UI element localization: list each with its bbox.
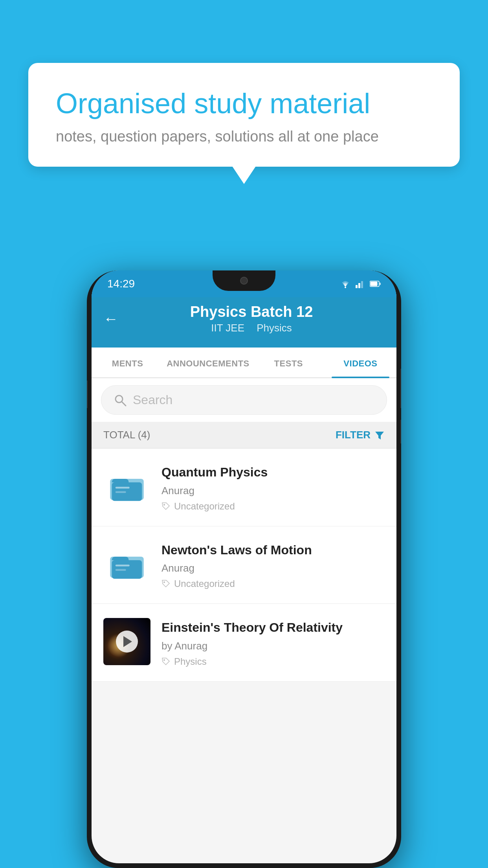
phone-power-button [400,369,401,408]
tag-icon [161,657,170,666]
video-info: Quantum Physics Anurag Uncategorized [161,463,385,512]
bubble-title: Organised study material [56,86,432,120]
video-info: Einstein's Theory Of Relativity by Anura… [161,618,385,667]
back-button[interactable]: ← [103,311,118,327]
list-item[interactable]: Newton's Laws of Motion Anurag Uncategor… [92,526,396,604]
svg-point-19 [163,581,165,583]
list-item[interactable]: Einstein's Theory Of Relativity by Anura… [92,604,396,682]
svg-rect-17 [116,565,130,566]
header-title: Physics Batch 12 [118,303,385,320]
folder-icon [109,469,145,504]
tag-icon [161,502,170,511]
video-tag: Uncategorized [161,501,385,512]
video-info: Newton's Laws of Motion Anurag Uncategor… [161,541,385,590]
status-time: 14:29 [107,278,135,290]
folder-icon-wrap [103,541,150,588]
signal-icon [356,280,365,288]
phone-frame: 14:29 [87,270,401,868]
tabs-bar: MENTS ANNOUNCEMENTS TESTS VIDEOS [92,348,396,378]
video-title: Newton's Laws of Motion [161,542,385,559]
video-list: Quantum Physics Anurag Uncategorized [92,449,396,682]
tab-tests[interactable]: TESTS [253,348,325,377]
tab-announcements[interactable]: ANNOUNCEMENTS [163,348,253,377]
svg-rect-18 [116,569,126,571]
search-bar-wrapper: Search [92,378,396,422]
folder-icon-wrap [103,463,150,510]
tab-ments[interactable]: MENTS [92,348,163,377]
video-author: by Anurag [161,640,385,652]
filter-bar: TOTAL (4) FILTER [92,422,396,449]
video-thumbnail [103,618,150,665]
tab-videos[interactable]: VIDEOS [325,348,396,377]
phone-notch [213,270,275,291]
play-triangle-icon [123,636,132,647]
wifi-icon [340,280,351,288]
front-camera [240,277,248,285]
video-title: Quantum Physics [161,464,385,481]
header-title-block: Physics Batch 12 IIT JEE Physics [118,303,385,334]
video-tag: Uncategorized [161,578,385,589]
svg-rect-12 [116,487,130,489]
svg-point-20 [163,659,165,661]
phone-side-button [400,420,401,443]
phone-volume-button [87,381,88,408]
tag-icon [161,579,170,588]
svg-rect-2 [358,283,360,288]
video-tag: Physics [161,656,385,667]
total-count: TOTAL (4) [103,429,150,441]
svg-point-14 [163,504,165,506]
svg-rect-6 [380,283,381,285]
folder-icon [109,546,145,582]
search-placeholder: Search [133,393,172,407]
svg-line-8 [122,402,126,406]
video-author: Anurag [161,485,385,497]
svg-rect-13 [116,491,126,493]
video-title: Einstein's Theory Of Relativity [161,620,385,636]
search-icon [113,393,127,407]
bubble-subtitle: notes, question papers, solutions all at… [56,128,432,145]
list-item[interactable]: Quantum Physics Anurag Uncategorized [92,449,396,526]
filter-icon [374,430,385,440]
video-author: Anurag [161,562,385,574]
phone-screen: 14:29 [92,270,396,863]
battery-icon [370,281,381,287]
header-nav: ← Physics Batch 12 IIT JEE Physics [92,297,396,338]
speech-bubble: Organised study material notes, question… [28,63,460,167]
filter-button[interactable]: FILTER [336,429,385,441]
subtitle-tag-physics: Physics [257,322,292,334]
svg-point-0 [345,287,346,288]
svg-marker-9 [375,432,384,440]
search-bar[interactable]: Search [101,385,387,415]
subtitle-tag-iit: IIT JEE [211,322,244,334]
play-button[interactable] [116,631,138,653]
status-icons [340,280,381,288]
svg-rect-3 [361,281,363,288]
svg-rect-1 [356,285,358,288]
header-subtitle: IIT JEE Physics [118,322,385,334]
svg-rect-5 [371,282,378,286]
